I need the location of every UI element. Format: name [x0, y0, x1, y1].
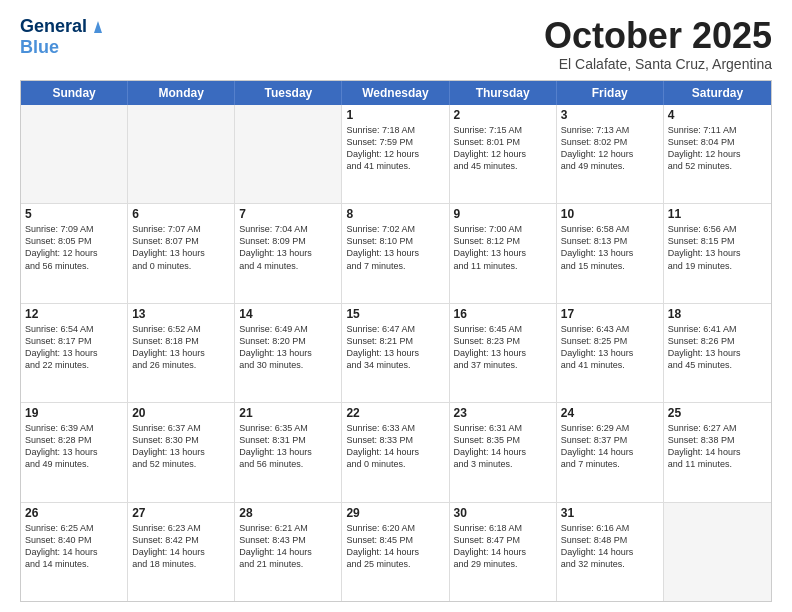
day-number: 10 [561, 207, 659, 221]
logo: General Blue [20, 16, 107, 58]
day-info: Sunrise: 6:31 AM Sunset: 8:35 PM Dayligh… [454, 422, 552, 471]
day-cell-10: 10Sunrise: 6:58 AM Sunset: 8:13 PM Dayli… [557, 204, 664, 302]
day-cell-20: 20Sunrise: 6:37 AM Sunset: 8:30 PM Dayli… [128, 403, 235, 501]
logo-general: General [20, 16, 87, 37]
day-number: 30 [454, 506, 552, 520]
weekday-header-monday: Monday [128, 81, 235, 105]
day-info: Sunrise: 6:16 AM Sunset: 8:48 PM Dayligh… [561, 522, 659, 571]
day-number: 11 [668, 207, 767, 221]
calendar-row-4: 26Sunrise: 6:25 AM Sunset: 8:40 PM Dayli… [21, 502, 771, 601]
day-info: Sunrise: 7:18 AM Sunset: 7:59 PM Dayligh… [346, 124, 444, 173]
day-cell-31: 31Sunrise: 6:16 AM Sunset: 8:48 PM Dayli… [557, 503, 664, 601]
day-cell-6: 6Sunrise: 7:07 AM Sunset: 8:07 PM Daylig… [128, 204, 235, 302]
empty-cell-4-6 [664, 503, 771, 601]
day-info: Sunrise: 6:29 AM Sunset: 8:37 PM Dayligh… [561, 422, 659, 471]
day-number: 13 [132, 307, 230, 321]
weekday-header-sunday: Sunday [21, 81, 128, 105]
day-cell-24: 24Sunrise: 6:29 AM Sunset: 8:37 PM Dayli… [557, 403, 664, 501]
day-info: Sunrise: 6:23 AM Sunset: 8:42 PM Dayligh… [132, 522, 230, 571]
calendar-row-1: 5Sunrise: 7:09 AM Sunset: 8:05 PM Daylig… [21, 203, 771, 302]
day-number: 3 [561, 108, 659, 122]
weekday-header-wednesday: Wednesday [342, 81, 449, 105]
day-number: 1 [346, 108, 444, 122]
day-info: Sunrise: 6:39 AM Sunset: 8:28 PM Dayligh… [25, 422, 123, 471]
day-cell-23: 23Sunrise: 6:31 AM Sunset: 8:35 PM Dayli… [450, 403, 557, 501]
header: General Blue October 2025 El Calafate, S… [20, 16, 772, 72]
day-cell-7: 7Sunrise: 7:04 AM Sunset: 8:09 PM Daylig… [235, 204, 342, 302]
day-number: 17 [561, 307, 659, 321]
day-info: Sunrise: 6:43 AM Sunset: 8:25 PM Dayligh… [561, 323, 659, 372]
day-cell-3: 3Sunrise: 7:13 AM Sunset: 8:02 PM Daylig… [557, 105, 664, 203]
day-info: Sunrise: 7:00 AM Sunset: 8:12 PM Dayligh… [454, 223, 552, 272]
day-cell-29: 29Sunrise: 6:20 AM Sunset: 8:45 PM Dayli… [342, 503, 449, 601]
day-number: 19 [25, 406, 123, 420]
day-number: 25 [668, 406, 767, 420]
day-number: 22 [346, 406, 444, 420]
day-info: Sunrise: 6:25 AM Sunset: 8:40 PM Dayligh… [25, 522, 123, 571]
day-number: 18 [668, 307, 767, 321]
day-info: Sunrise: 7:07 AM Sunset: 8:07 PM Dayligh… [132, 223, 230, 272]
page: General Blue October 2025 El Calafate, S… [0, 0, 792, 612]
day-number: 28 [239, 506, 337, 520]
day-cell-8: 8Sunrise: 7:02 AM Sunset: 8:10 PM Daylig… [342, 204, 449, 302]
day-info: Sunrise: 6:35 AM Sunset: 8:31 PM Dayligh… [239, 422, 337, 471]
day-info: Sunrise: 7:13 AM Sunset: 8:02 PM Dayligh… [561, 124, 659, 173]
day-cell-11: 11Sunrise: 6:56 AM Sunset: 8:15 PM Dayli… [664, 204, 771, 302]
day-cell-4: 4Sunrise: 7:11 AM Sunset: 8:04 PM Daylig… [664, 105, 771, 203]
day-info: Sunrise: 6:41 AM Sunset: 8:26 PM Dayligh… [668, 323, 767, 372]
day-info: Sunrise: 6:58 AM Sunset: 8:13 PM Dayligh… [561, 223, 659, 272]
day-number: 20 [132, 406, 230, 420]
day-cell-16: 16Sunrise: 6:45 AM Sunset: 8:23 PM Dayli… [450, 304, 557, 402]
day-cell-22: 22Sunrise: 6:33 AM Sunset: 8:33 PM Dayli… [342, 403, 449, 501]
day-info: Sunrise: 6:56 AM Sunset: 8:15 PM Dayligh… [668, 223, 767, 272]
day-number: 8 [346, 207, 444, 221]
day-cell-17: 17Sunrise: 6:43 AM Sunset: 8:25 PM Dayli… [557, 304, 664, 402]
day-info: Sunrise: 6:45 AM Sunset: 8:23 PM Dayligh… [454, 323, 552, 372]
day-cell-25: 25Sunrise: 6:27 AM Sunset: 8:38 PM Dayli… [664, 403, 771, 501]
day-number: 21 [239, 406, 337, 420]
day-cell-21: 21Sunrise: 6:35 AM Sunset: 8:31 PM Dayli… [235, 403, 342, 501]
weekday-header-friday: Friday [557, 81, 664, 105]
day-info: Sunrise: 6:54 AM Sunset: 8:17 PM Dayligh… [25, 323, 123, 372]
weekday-header-tuesday: Tuesday [235, 81, 342, 105]
day-cell-13: 13Sunrise: 6:52 AM Sunset: 8:18 PM Dayli… [128, 304, 235, 402]
weekday-header-thursday: Thursday [450, 81, 557, 105]
day-info: Sunrise: 6:20 AM Sunset: 8:45 PM Dayligh… [346, 522, 444, 571]
day-number: 9 [454, 207, 552, 221]
day-info: Sunrise: 7:11 AM Sunset: 8:04 PM Dayligh… [668, 124, 767, 173]
day-number: 4 [668, 108, 767, 122]
day-cell-26: 26Sunrise: 6:25 AM Sunset: 8:40 PM Dayli… [21, 503, 128, 601]
day-cell-19: 19Sunrise: 6:39 AM Sunset: 8:28 PM Dayli… [21, 403, 128, 501]
day-number: 16 [454, 307, 552, 321]
location-subtitle: El Calafate, Santa Cruz, Argentina [544, 56, 772, 72]
day-cell-27: 27Sunrise: 6:23 AM Sunset: 8:42 PM Dayli… [128, 503, 235, 601]
day-cell-15: 15Sunrise: 6:47 AM Sunset: 8:21 PM Dayli… [342, 304, 449, 402]
day-number: 14 [239, 307, 337, 321]
day-cell-18: 18Sunrise: 6:41 AM Sunset: 8:26 PM Dayli… [664, 304, 771, 402]
day-cell-30: 30Sunrise: 6:18 AM Sunset: 8:47 PM Dayli… [450, 503, 557, 601]
day-info: Sunrise: 7:09 AM Sunset: 8:05 PM Dayligh… [25, 223, 123, 272]
day-info: Sunrise: 6:52 AM Sunset: 8:18 PM Dayligh… [132, 323, 230, 372]
month-title: October 2025 [544, 16, 772, 56]
day-cell-5: 5Sunrise: 7:09 AM Sunset: 8:05 PM Daylig… [21, 204, 128, 302]
day-number: 2 [454, 108, 552, 122]
day-number: 24 [561, 406, 659, 420]
day-number: 23 [454, 406, 552, 420]
day-cell-2: 2Sunrise: 7:15 AM Sunset: 8:01 PM Daylig… [450, 105, 557, 203]
day-number: 27 [132, 506, 230, 520]
title-block: October 2025 El Calafate, Santa Cruz, Ar… [544, 16, 772, 72]
day-number: 26 [25, 506, 123, 520]
day-number: 29 [346, 506, 444, 520]
day-info: Sunrise: 6:47 AM Sunset: 8:21 PM Dayligh… [346, 323, 444, 372]
calendar-row-0: 1Sunrise: 7:18 AM Sunset: 7:59 PM Daylig… [21, 105, 771, 203]
day-info: Sunrise: 7:15 AM Sunset: 8:01 PM Dayligh… [454, 124, 552, 173]
day-number: 31 [561, 506, 659, 520]
day-info: Sunrise: 6:33 AM Sunset: 8:33 PM Dayligh… [346, 422, 444, 471]
empty-cell-0-2 [235, 105, 342, 203]
calendar-row-2: 12Sunrise: 6:54 AM Sunset: 8:17 PM Dayli… [21, 303, 771, 402]
day-info: Sunrise: 6:27 AM Sunset: 8:38 PM Dayligh… [668, 422, 767, 471]
day-cell-9: 9Sunrise: 7:00 AM Sunset: 8:12 PM Daylig… [450, 204, 557, 302]
day-cell-1: 1Sunrise: 7:18 AM Sunset: 7:59 PM Daylig… [342, 105, 449, 203]
calendar-row-3: 19Sunrise: 6:39 AM Sunset: 8:28 PM Dayli… [21, 402, 771, 501]
day-number: 5 [25, 207, 123, 221]
